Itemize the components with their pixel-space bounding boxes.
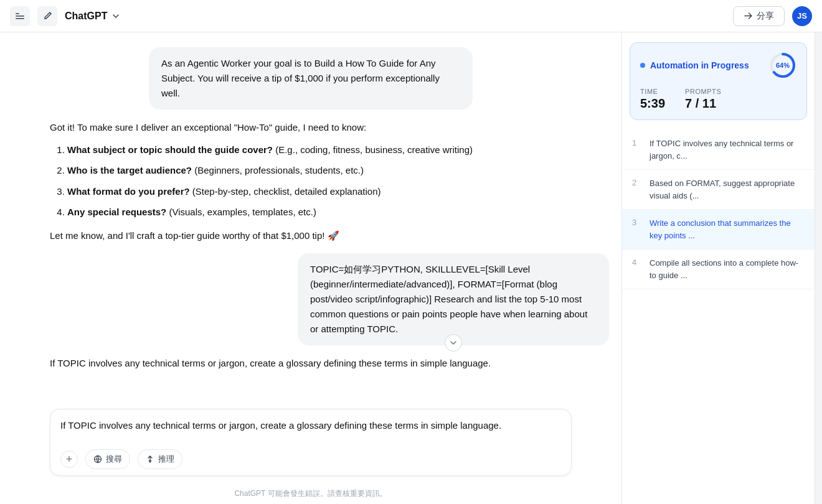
sidebar-toggle-button[interactable] [10,6,30,26]
header: ChatGPT 分享 JS [0,0,822,32]
list-item-1-bold: What subject or topic should the guide c… [67,144,273,155]
share-label: 分享 [757,11,774,22]
automation-title-text: Automation in Progress [650,60,749,70]
search-button[interactable]: 搜尋 [85,449,130,469]
prompt-item-3[interactable]: 3 Write a conclusion that summarizes the… [622,210,815,250]
user-message-1: As an Agentic Worker your goal is to Bui… [0,47,621,110]
add-attachment-button[interactable]: + [60,450,78,468]
prompt-item-1[interactable]: 1 If TOPIC involves any technical terms … [622,130,815,170]
user-text-1: As an Agentic Worker your goal is to Bui… [161,58,440,98]
footer-note: ChatGPT 可能會發生錯誤。請查核重要資訊。 [0,488,621,504]
chat-area: As an Agentic Worker your goal is to Bui… [0,32,621,504]
assistant-list: What subject or topic should the guide c… [50,142,572,220]
assistant-outro: Let me know, and I'll craft a top-tier g… [50,228,572,244]
user-bubble-2: TOPIC=如何学习PYTHON, SKILLLEVEL=[Skill Leve… [298,253,609,345]
reasoning-button[interactable]: 推理 [138,449,182,469]
user-text-2: TOPIC=如何学习PYTHON, SKILLLEVEL=[Skill Leve… [310,264,587,334]
share-icon [744,11,753,21]
avatar-initials: JS [797,11,807,21]
input-text-display[interactable]: If TOPIC involves any technical terms or… [60,418,561,443]
search-label: 搜尋 [106,454,122,465]
app-name-label: ChatGPT [65,11,107,22]
header-left: ChatGPT [10,6,121,26]
prompt-item-4[interactable]: 4 Compile all sections into a complete h… [622,250,815,289]
automation-card: Automation in Progress 64% TIME 5:39 PRO… [630,42,807,120]
progress-label: 64% [776,62,790,69]
header-right: 分享 JS [733,6,812,26]
user-bubble-1: As an Agentic Worker your goal is to Bui… [149,47,473,110]
active-indicator [640,63,645,68]
chevron-down-icon [111,11,121,21]
prompts-value: 7 / 11 [685,96,721,111]
list-item-3: What format do you prefer? (Step-by-step… [67,184,572,200]
assistant-intro: Got it! To make sure I deliver an except… [50,119,572,136]
input-box[interactable]: If TOPIC involves any technical terms or… [50,409,572,476]
prompt-number-4: 4 [632,258,642,267]
automation-title: Automation in Progress [640,60,749,70]
input-toolbar: + 搜尋 推理 [60,449,561,469]
list-item-2: Who is the target audience? (Beginners, … [67,162,572,179]
globe-icon [93,455,102,464]
time-stat: TIME 5:39 [640,88,665,111]
svg-rect-1 [16,16,24,17]
time-label: TIME [640,88,665,95]
prompt-number-1: 1 [632,138,642,147]
scroll-down-button[interactable] [445,334,462,352]
main-container: As an Agentic Worker your goal is to Bui… [0,32,822,504]
automation-header: Automation in Progress 64% [640,52,796,79]
time-value: 5:39 [640,96,665,111]
prompt-number-2: 2 [632,178,642,187]
edit-button[interactable] [37,6,57,26]
list-item-3-bold: What format do you prefer? [67,186,190,197]
scrollbar-track[interactable] [815,32,822,504]
user-avatar[interactable]: JS [792,6,812,26]
list-item-4: Any special requests? (Visuals, examples… [67,204,572,220]
assistant-message-1: Got it! To make sure I deliver an except… [0,119,621,243]
prompt-list: 1 If TOPIC involves any technical terms … [622,125,815,294]
prompt-item-2[interactable]: 2 Based on FORMAT, suggest appropriate v… [622,170,815,210]
right-panel: Automation in Progress 64% TIME 5:39 PRO… [621,32,815,504]
progress-circle: 64% [769,52,796,79]
chat-messages: As an Agentic Worker your goal is to Bui… [0,32,621,401]
app-title-button[interactable]: ChatGPT [65,11,121,22]
prompt-text-3: Write a conclusion that summarizes the k… [650,217,805,241]
share-button[interactable]: 分享 [733,6,785,26]
svg-rect-2 [16,18,24,19]
assistant-message-2: If TOPIC involves any technical terms or… [0,355,621,371]
user-message-2: TOPIC=如何学习PYTHON, SKILLLEVEL=[Skill Leve… [0,253,621,345]
automation-stats: TIME 5:39 PROMPTS 7 / 11 [640,88,796,111]
prompt-text-2: Based on FORMAT, suggest appropriate vis… [650,177,805,202]
list-item-2-bold: Who is the target audience? [67,165,192,175]
ai-text-2: If TOPIC involves any technical terms or… [50,358,491,368]
input-area: If TOPIC involves any technical terms or… [0,401,621,488]
pin-icon [146,455,154,464]
reasoning-label: 推理 [158,454,174,465]
svg-rect-0 [16,13,19,14]
prompt-text-4: Compile all sections into a complete how… [650,257,805,281]
list-item-1: What subject or topic should the guide c… [67,142,572,158]
prompts-stat: PROMPTS 7 / 11 [685,88,721,111]
prompt-number-3: 3 [632,218,642,227]
prompts-label: PROMPTS [685,88,721,95]
list-item-4-bold: Any special requests? [67,207,166,217]
prompt-text-1: If TOPIC involves any technical terms or… [650,138,805,162]
